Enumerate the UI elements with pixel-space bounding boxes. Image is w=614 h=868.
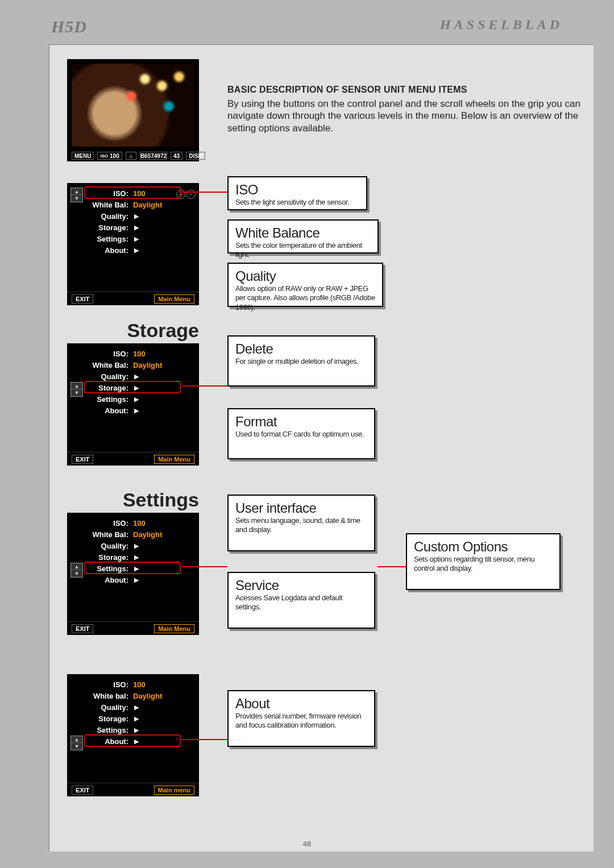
menu-label-wb: White Bal:	[67, 530, 133, 539]
info-title: Delete	[235, 341, 367, 357]
arrow-right-icon: ▶	[134, 715, 139, 722]
menu-screenshot-settings: ▲▼ ISO:100 White Bal:Daylight Quality:▶ …	[67, 513, 199, 635]
menu-highlight	[84, 562, 181, 574]
info-desc: Sets menu language, sound, date & time a…	[235, 516, 367, 535]
info-format: Format Used to format CF cards for optim…	[227, 408, 375, 459]
menu-label-settings: Settings:	[67, 235, 133, 243]
menu-screenshot-storage: ▲▼ ISO:100 White Bal:Daylight Quality:▶ …	[67, 343, 199, 466]
spinner-icon: ▲▼	[70, 188, 83, 202]
menu-screenshot-iso: ▲▼ +− ISO:100 White Bal:Daylight Quality…	[67, 183, 199, 305]
info-iso: ISO Sets the light sensitivity of the se…	[227, 176, 367, 210]
info-title: Format	[235, 414, 367, 430]
info-delete: Delete For single or multiple deletion o…	[227, 335, 375, 387]
spinner-icon: ▲▼	[70, 382, 83, 397]
brightness-icon: ☼	[126, 152, 136, 160]
preview-count: 43	[171, 152, 182, 160]
menu-exit: EXIT	[72, 624, 93, 633]
info-service: Service Acesses Save Logdata and default…	[227, 572, 375, 629]
info-title: ISO	[235, 182, 359, 198]
arrow-right-icon: ▶	[134, 407, 139, 414]
menu-exit: EXIT	[72, 455, 93, 464]
menu-label-iso: ISO:	[67, 519, 133, 528]
menu-label-wb: White Bal:	[67, 361, 133, 369]
menu-label-quality: Quality:	[67, 212, 133, 221]
menu-label-storage: Storage:	[67, 223, 133, 232]
page-header-left: H5D	[51, 17, 87, 36]
info-title: Service	[235, 578, 367, 593]
menu-highlight	[84, 381, 181, 393]
arrow-right-icon: ▶	[134, 554, 139, 561]
menu-mainmenu: Main menu	[154, 786, 194, 795]
page-number: 48	[303, 840, 311, 848]
info-desc: Acesses Save Logdata and default setting…	[235, 593, 367, 612]
info-custom: Custom Options Sets options regarding ti…	[406, 533, 561, 590]
menu-mainmenu: Main Menu	[154, 455, 194, 464]
connector-line	[377, 566, 406, 567]
menu-label-iso: ISO:	[67, 680, 133, 689]
info-desc: Provides serial number, firmware revisio…	[235, 712, 367, 730]
menu-mainmenu: Main Menu	[154, 624, 194, 633]
arrow-right-icon: ▶	[134, 247, 139, 254]
preview-disp: DISP	[186, 152, 205, 160]
info-desc: For single or multiple deletion of image…	[235, 357, 367, 366]
preview-serial: B6574972	[140, 152, 167, 160]
menu-label-about: About:	[67, 246, 133, 255]
menu-label-storage: Storage:	[67, 553, 133, 562]
menu-label-settings: Settings:	[67, 726, 133, 734]
info-desc: Allows option of RAW only or RAW + JPEG …	[235, 284, 375, 312]
info-title: White Balance	[235, 225, 371, 241]
info-title: Custom Options	[414, 539, 553, 555]
menu-exit: EXIT	[72, 786, 93, 795]
info-ui: User interface Sets menu language, sound…	[227, 495, 375, 551]
info-desc: Used to format CF cards for optimum use.	[235, 430, 367, 439]
menu-label-about: About:	[67, 406, 133, 415]
info-quality: Quality Allows option of RAW only or RAW…	[227, 263, 383, 307]
intro-title: Basic Description Of Sensor Unit Menu It…	[227, 84, 584, 95]
connector-line	[182, 566, 227, 567]
info-wb: White Balance Sets the color temperature…	[227, 219, 379, 254]
menu-label-quality: Quality:	[67, 372, 133, 381]
menu-label-iso: ISO:	[67, 350, 133, 358]
section-heading-settings: Settings	[67, 489, 199, 511]
menu-value-wb: Daylight	[133, 201, 162, 209]
info-title: About	[235, 696, 367, 712]
menu-label-quality: Quality:	[67, 542, 133, 550]
arrow-right-icon: ▶	[134, 704, 139, 711]
menu-screenshot-about: ▲▼ ISO:100 White bal:Daylight Quality:▶ …	[67, 674, 199, 796]
arrow-right-icon: ▶	[134, 396, 139, 403]
camera-preview: MENU ISO 100 ☼ B6574972 43 DISP	[67, 59, 199, 161]
info-title: User interface	[235, 500, 367, 516]
arrow-right-icon: ▶	[134, 373, 139, 380]
menu-label-storage: Storage:	[67, 715, 133, 723]
info-desc: Sets the color temperature of the ambien…	[235, 241, 371, 260]
preview-status-bar: MENU ISO 100 ☼ B6574972 43 DISP	[67, 151, 199, 160]
connector-line	[182, 739, 227, 740]
page-header-right: HASSELBLAD	[440, 17, 563, 32]
info-desc: Sets the light sensitivity of the sensor…	[235, 198, 359, 207]
info-about: About Provides serial number, firmware r…	[227, 690, 375, 747]
info-desc: Sets options regarding tilt sensor, menu…	[414, 555, 553, 574]
section-heading-storage: Storage	[67, 319, 199, 342]
menu-mainmenu: Main Menu	[154, 294, 194, 304]
intro-block: Basic Description Of Sensor Unit Menu It…	[227, 84, 584, 134]
connector-line	[182, 385, 227, 387]
arrow-right-icon: ▶	[134, 224, 139, 231]
arrow-right-icon: ▶	[134, 235, 139, 243]
menu-highlight	[84, 186, 181, 199]
arrow-right-icon: ▶	[134, 213, 139, 220]
preview-menu: MENU	[72, 152, 94, 160]
menu-label-quality: Quality:	[67, 703, 133, 712]
preview-image	[72, 64, 194, 147]
intro-body: By using the buttons on the control pane…	[227, 98, 584, 134]
menu-highlight	[84, 734, 181, 747]
preview-iso: ISO 100	[97, 152, 122, 160]
spinner-icon: ▲▼	[70, 736, 83, 750]
menu-label-wb: White bal:	[67, 692, 133, 700]
connector-line	[182, 192, 227, 193]
arrow-right-icon: ▶	[134, 726, 139, 734]
spinner-icon: ▲▼	[70, 563, 83, 578]
arrow-right-icon: ▶	[134, 576, 139, 584]
arrow-right-icon: ▶	[134, 542, 139, 550]
menu-exit: EXIT	[72, 294, 93, 304]
info-title: Quality	[235, 268, 375, 284]
